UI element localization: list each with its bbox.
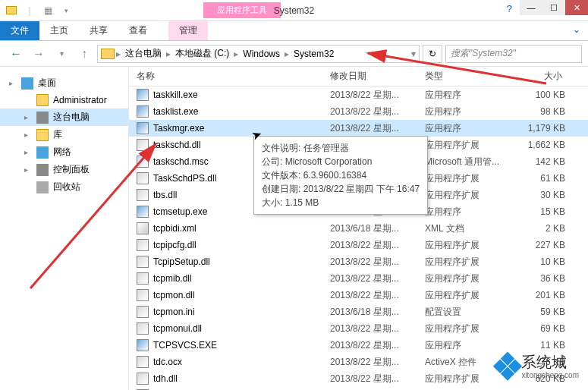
breadcrumb-dropdown-icon[interactable]: ▾	[411, 49, 416, 59]
file-date: 2013/6/18 星期...	[330, 306, 425, 319]
refresh-button[interactable]: ↻	[423, 45, 442, 63]
file-tooltip: 文件说明: 任务管理器 公司: Microsoft Corporation 文件…	[253, 136, 428, 215]
tooltip-line: 文件版本: 6.3.9600.16384	[262, 168, 420, 182]
file-list: 名称 修改日期 类型 大小 taskkill.exe2013/8/22 星期..…	[129, 67, 588, 390]
crumb-computer[interactable]: 这台电脑	[122, 47, 165, 60]
back-button[interactable]: ←	[6, 44, 26, 64]
file-dll-icon	[137, 172, 149, 184]
tab-home[interactable]: 主页	[39, 21, 79, 40]
file-type: XML 文档	[425, 222, 512, 235]
close-button[interactable]: ✕	[565, 0, 588, 15]
file-size: 1,662 KB	[512, 140, 573, 150]
tooltip-line: 文件说明: 任务管理器	[262, 141, 420, 155]
nav-item-label: Administrator	[53, 95, 107, 105]
col-name[interactable]: 名称	[137, 70, 330, 83]
twisty-icon[interactable]: ▸	[24, 148, 28, 156]
breadcrumb-sep[interactable]: ▸	[116, 49, 121, 59]
tab-manage[interactable]: 管理	[168, 21, 208, 40]
file-size: 201 KB	[512, 290, 573, 300]
nav-item-recycle[interactable]: 回收站	[0, 178, 128, 196]
file-row[interactable]: tcpmonui.dll2013/8/22 星期...应用程序扩展69 KB	[129, 320, 588, 337]
file-type: 应用程序扩展	[425, 322, 512, 335]
crumb-drive[interactable]: 本地磁盘 (C:)	[172, 47, 232, 60]
expand-ribbon-icon[interactable]: ⌄	[565, 21, 588, 40]
search-input[interactable]: 搜索"System32"	[445, 45, 582, 63]
file-name: tasklist.exe	[153, 106, 330, 117]
file-exe-icon	[137, 105, 149, 118]
file-name: taskkill.exe	[153, 90, 330, 100]
file-size: 36 KB	[512, 273, 573, 284]
breadcrumb-sep[interactable]: ▸	[285, 49, 289, 59]
ribbon: 文件 主页 共享 查看 管理 ⌄	[0, 21, 588, 41]
file-row[interactable]: tasklist.exe2013/8/22 星期...应用程序98 KB	[129, 103, 588, 120]
file-row[interactable]: tcpmon.dll2013/8/22 星期...应用程序扩展201 KB	[129, 287, 588, 304]
file-date: 2013/8/22 星期...	[330, 356, 425, 369]
recycle-icon	[36, 181, 49, 193]
twisty-icon[interactable]: ▸	[24, 165, 28, 174]
file-size: 11 KB	[512, 340, 573, 351]
maximize-button[interactable]: ☐	[542, 0, 565, 15]
twisty-icon[interactable]: ▸	[24, 113, 28, 121]
twisty-icon[interactable]: ▸	[9, 79, 13, 87]
forward-button[interactable]: →	[29, 44, 49, 64]
file-size: 100 KB	[512, 90, 573, 100]
nav-item-label: 控制面板	[53, 163, 90, 176]
title-bar: | ▦ ▾ 应用程序工具 System32 ? — ☐ ✕	[0, 0, 588, 21]
file-row[interactable]: Taskmgr.exe2013/8/22 星期...应用程序1,179 KB	[129, 120, 588, 137]
breadcrumb[interactable]: ▸ 这台电脑 ▸ 本地磁盘 (C:) ▸ Windows ▸ System32 …	[97, 45, 420, 63]
nav-item-computer[interactable]: ▸这台电脑	[0, 109, 128, 126]
file-row[interactable]: tcpmib.dll2013/8/22 星期...应用程序扩展36 KB	[129, 270, 588, 287]
crumb-system32[interactable]: System32	[291, 49, 337, 59]
breadcrumb-sep[interactable]: ▸	[166, 49, 171, 59]
nav-item-lib[interactable]: ▸库	[0, 126, 128, 143]
file-row[interactable]: taskkill.exe2013/8/22 星期...应用程序100 KB	[129, 86, 588, 103]
file-row[interactable]: tcpipcfg.dll2013/8/22 星期...应用程序扩展227 KB	[129, 237, 588, 253]
nav-item-user[interactable]: Administrator	[0, 92, 128, 109]
file-name: tdh.dll	[153, 373, 330, 384]
nav-item-network[interactable]: ▸网络	[0, 143, 128, 161]
tab-view[interactable]: 查看	[118, 21, 158, 40]
file-size: 227 KB	[512, 240, 573, 250]
col-date[interactable]: 修改日期	[330, 70, 425, 83]
file-dll-icon	[137, 256, 149, 268]
file-type: 应用程序	[425, 339, 512, 352]
body: ▸桌面Administrator▸这台电脑▸库▸网络▸控制面板回收站 名称 修改…	[0, 67, 588, 390]
breadcrumb-sep[interactable]: ▸	[234, 49, 238, 59]
file-tab[interactable]: 文件	[0, 21, 39, 40]
nav-item-desktop[interactable]: ▸桌面	[0, 74, 128, 92]
recent-dropdown-icon[interactable]: ▾	[52, 44, 71, 64]
tab-share[interactable]: 共享	[79, 21, 118, 40]
file-type: 应用程序扩展	[425, 172, 512, 185]
tooltip-line: 大小: 1.15 MB	[262, 196, 420, 209]
file-size: 142 KB	[512, 156, 573, 167]
file-date: 2013/8/22 星期...	[330, 373, 425, 385]
file-row[interactable]: tcpbidi.xml2013/6/18 星期...XML 文档2 KB	[129, 220, 588, 237]
file-name: tcpmib.dll	[153, 273, 330, 284]
up-button[interactable]: ↑	[74, 44, 94, 64]
properties-qat-icon[interactable]: ▦	[39, 2, 56, 19]
file-dll-icon	[137, 289, 149, 301]
col-size[interactable]: 大小	[512, 70, 580, 83]
twisty-icon[interactable]: ▸	[24, 131, 28, 139]
file-type: 应用程序扩展	[425, 256, 512, 269]
file-row[interactable]: tcpmon.ini2013/6/18 星期...配置设置59 KB	[129, 304, 588, 320]
file-name: tcpmonui.dll	[153, 323, 330, 334]
nav-item-label: 这台电脑	[53, 111, 90, 124]
folder-qat-icon[interactable]	[3, 2, 20, 19]
watermark-brand: 系统城	[521, 354, 567, 370]
crumb-windows[interactable]: Windows	[240, 49, 283, 59]
qat-dropdown-icon[interactable]: ▾	[58, 2, 74, 19]
file-date: 2013/6/18 星期...	[330, 222, 425, 235]
minimize-button[interactable]: —	[520, 0, 542, 15]
file-row[interactable]: TCPSVCS.EXE2013/8/22 星期...应用程序11 KB	[129, 337, 588, 354]
col-type[interactable]: 类型	[425, 70, 512, 83]
file-type: 应用程序	[425, 206, 512, 219]
nav-item-control[interactable]: ▸控制面板	[0, 161, 128, 178]
file-exe-icon	[137, 122, 149, 134]
file-name: tcpmon.dll	[153, 290, 330, 300]
lib-icon	[36, 129, 49, 141]
help-button[interactable]: ?	[507, 3, 512, 14]
file-row[interactable]: TelemetrySampleManifest.xml2013/6/18 星期.…	[129, 387, 588, 390]
file-name: tcpbidi.xml	[153, 223, 330, 234]
file-row[interactable]: TcpipSetup.dll2013/8/22 星期...应用程序扩展10 KB	[129, 253, 588, 270]
